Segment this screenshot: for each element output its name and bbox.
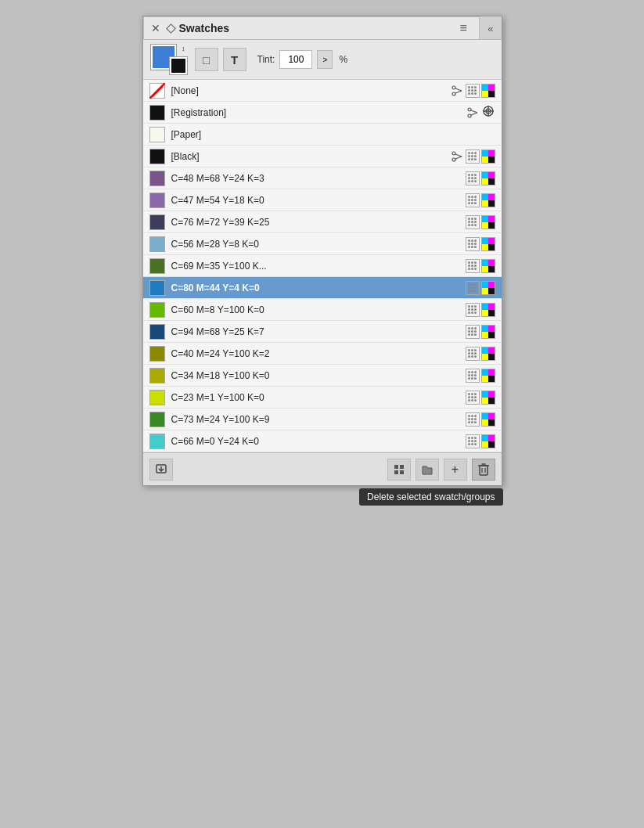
swatch-action-icons [450, 84, 495, 98]
swatch-item[interactable]: C=48 M=68 Y=24 K=3 [143, 167, 502, 189]
cmyk-icon [481, 193, 495, 207]
swatch-item[interactable]: [Registration] [143, 102, 502, 124]
dot-grid-icon [466, 171, 480, 185]
swatch-item[interactable]: C=80 M=44 Y=4 K=0 [143, 277, 502, 299]
cmyk-icon [481, 84, 495, 98]
swatch-action-icons [466, 237, 495, 251]
cmyk-icon [481, 237, 495, 251]
new-group-button[interactable] [416, 459, 439, 481]
swatch-item[interactable]: [Paper] [143, 124, 502, 146]
swatch-name: C=73 M=24 Y=100 K=9 [171, 414, 459, 425]
delete-swatch-button[interactable] [472, 459, 495, 481]
tint-percent: % [339, 54, 347, 65]
swatch-list: [None][Registration][Paper][Black]C=48 M… [143, 80, 502, 452]
dot-grid-icon [466, 325, 480, 339]
swatch-name: C=94 M=68 Y=25 K=7 [171, 326, 459, 337]
swatch-name: C=34 M=18 Y=100 K=0 [171, 370, 459, 381]
swatch-name: [Paper] [171, 129, 489, 140]
swatch-item[interactable]: C=73 M=24 Y=100 K=9 [143, 409, 502, 430]
swatch-item[interactable]: C=47 M=54 Y=18 K=0 [143, 189, 502, 211]
swatch-name: C=48 M=68 Y=24 K=3 [171, 173, 459, 184]
tint-arrow-button[interactable]: > [317, 50, 333, 69]
delete-icon [477, 462, 490, 477]
cmyk-icon [481, 171, 495, 185]
swatches-panel: ✕ Swatches ≡ « ↕ □ T Tint: > % [None][Re [142, 16, 502, 486]
stroke-swatch[interactable] [170, 57, 187, 74]
dot-grid-icon [466, 84, 480, 98]
swatch-name: C=40 M=24 Y=100 K=2 [171, 348, 459, 359]
swatch-action-icons [466, 215, 495, 229]
grid-view-button[interactable] [387, 459, 411, 481]
color-mode-indicator[interactable]: ↕ [151, 45, 187, 74]
collapse-panel-button[interactable]: « [480, 18, 501, 39]
swatch-action-icons [450, 149, 495, 164]
load-swatches-button[interactable] [149, 459, 173, 481]
cmyk-icon [481, 281, 495, 295]
paper-color-swatch [149, 127, 165, 142]
dot-grid-icon [466, 369, 480, 383]
svg-point-1 [452, 86, 455, 89]
diamond-icon [166, 23, 176, 34]
cmyk-icon [481, 369, 495, 383]
dot-grid-icon [466, 391, 480, 405]
swatch-name: [Registration] [171, 107, 459, 118]
toolbar: ↕ □ T Tint: > % [143, 40, 502, 80]
rectangle-mode-button[interactable]: □ [195, 48, 218, 71]
svg-line-8 [471, 113, 477, 115]
cmyk-icon [481, 149, 495, 164]
swatch-item[interactable]: C=23 M=1 Y=100 K=0 [143, 387, 502, 409]
swatch-action-icons [466, 193, 495, 207]
swatch-item[interactable]: C=56 M=28 Y=8 K=0 [143, 233, 502, 255]
scissors-icon [450, 84, 464, 98]
swatch-item[interactable]: C=66 M=0 Y=24 K=0 [143, 430, 502, 452]
svg-line-4 [455, 91, 462, 93]
svg-point-2 [452, 92, 455, 95]
svg-line-15 [455, 154, 462, 157]
tint-input[interactable] [279, 50, 312, 69]
dot-grid-icon [466, 412, 480, 427]
color-swatch [149, 105, 165, 121]
svg-point-13 [452, 152, 455, 155]
new-swatch-button[interactable]: + [444, 459, 467, 481]
swatch-item[interactable]: [None] [143, 80, 502, 102]
panel-title: Swatches [167, 22, 230, 34]
swatch-item[interactable]: C=69 M=35 Y=100 K... [143, 255, 502, 277]
swatch-name: C=69 M=35 Y=100 K... [171, 261, 459, 272]
color-swatch [149, 149, 165, 164]
svg-line-0 [149, 83, 165, 99]
color-swatch [149, 258, 165, 274]
swatch-action-icons [466, 369, 495, 383]
dot-grid-icon [466, 434, 480, 448]
swatch-name: [Black] [171, 151, 444, 162]
none-color-swatch [149, 83, 165, 99]
color-swatch [149, 171, 165, 186]
dot-grid-icon [466, 193, 480, 207]
color-swatch [149, 390, 165, 405]
cmyk-icon [481, 259, 495, 273]
delete-tooltip: Delete selected swatch/groups [359, 488, 502, 506]
cmyk-icon [481, 325, 495, 339]
svg-rect-21 [394, 470, 398, 474]
svg-point-5 [468, 108, 471, 111]
swatch-name: [None] [171, 85, 444, 96]
swatch-item[interactable]: C=94 M=68 Y=25 K=7 [143, 321, 502, 343]
swatch-item[interactable]: C=76 M=72 Y=39 K=25 [143, 211, 502, 233]
svg-line-3 [455, 88, 462, 91]
panel-title-text: Swatches [179, 22, 230, 34]
dot-grid-icon [466, 149, 480, 164]
swatch-item[interactable]: C=40 M=24 Y=100 K=2 [143, 343, 502, 365]
dot-grid-icon [466, 303, 480, 317]
text-mode-button[interactable]: T [223, 48, 246, 71]
svg-line-7 [471, 110, 477, 113]
panel-tab-area: ✕ Swatches ≡ « [143, 16, 502, 40]
color-swatch [149, 412, 165, 427]
panel-menu-button[interactable]: ≡ [454, 19, 473, 38]
swatch-name: C=47 M=54 Y=18 K=0 [171, 195, 459, 206]
swatch-action-icons [466, 434, 495, 448]
svg-point-14 [452, 158, 455, 161]
cmyk-icon [481, 434, 495, 448]
close-button[interactable]: ✕ [150, 23, 161, 34]
swatch-item[interactable]: C=60 M=8 Y=100 K=0 [143, 299, 502, 321]
swatch-item[interactable]: C=34 M=18 Y=100 K=0 [143, 365, 502, 387]
swatch-item[interactable]: [Black] [143, 146, 502, 167]
